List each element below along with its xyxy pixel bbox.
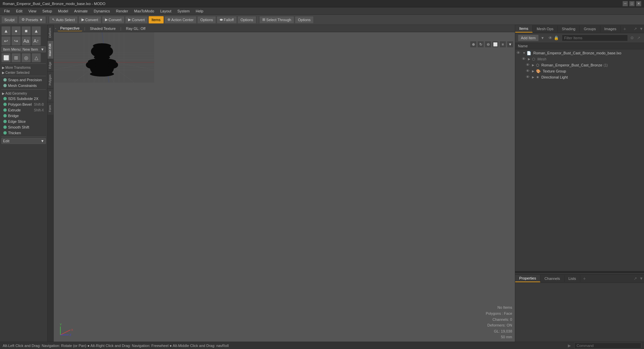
thicken-btn[interactable]: Thicken [1, 130, 46, 136]
side-tab-curve[interactable]: Curve [48, 88, 53, 102]
bronze-expand-icon[interactable]: ▶ [532, 63, 535, 67]
bronze-eye-icon[interactable]: 👁 [526, 63, 531, 67]
items-button[interactable]: Items [149, 16, 164, 23]
tool-move[interactable]: ▲ [1, 26, 11, 36]
falloff-button[interactable]: ⬬ Falloff [217, 16, 237, 23]
item-menu-dropdown[interactable]: Item Menu: New Item ▼ [1, 46, 46, 52]
tool-cube[interactable]: ⬜ [1, 53, 11, 62]
tab-images[interactable]: Images [600, 26, 621, 32]
tab-channels[interactable]: Channels [540, 275, 564, 282]
tab-mesh-ops[interactable]: Mesh Ops [533, 26, 558, 32]
menu-model[interactable]: Model [55, 8, 71, 14]
presets-button[interactable]: ⚙ Presets ▼ [18, 16, 46, 23]
menu-system[interactable]: System [175, 8, 193, 14]
maximize-button[interactable]: □ [629, 1, 635, 6]
vp-fit-icon[interactable]: ⊕ [470, 41, 477, 48]
light-expand-icon[interactable]: ▶ [532, 76, 535, 79]
menu-view[interactable]: View [26, 8, 39, 14]
mesh-expand-icon[interactable]: ▶ [528, 57, 531, 61]
mesh-constraints-btn[interactable]: Mesh Constraints [1, 83, 46, 88]
items-scrollbar[interactable] [515, 271, 644, 273]
vis-lock-icon[interactable]: 🔒 [554, 35, 559, 41]
vp-zoom-icon[interactable]: ⊖ [485, 41, 491, 48]
light-eye-icon[interactable]: 👁 [526, 75, 531, 80]
action-center-button[interactable]: ⊕ Action Center [164, 16, 197, 23]
tool-grid[interactable]: ⊞ [11, 53, 21, 62]
texture-expand-icon[interactable]: ▶ [532, 69, 535, 73]
filter-expand-icon[interactable]: ↗ [636, 35, 641, 41]
menu-layout[interactable]: Layout [158, 8, 174, 14]
tree-item-light[interactable]: 👁 ▶ ☀ Directional Light [515, 74, 644, 80]
vp-maximize-icon[interactable]: ⬜ [492, 41, 499, 48]
extrude-btn[interactable]: Extrude Shift-X [1, 107, 46, 113]
add-item-button[interactable]: Add Item [518, 35, 539, 41]
tab-shading[interactable]: Shading [558, 26, 580, 32]
side-tab-polygon[interactable]: Polygon [48, 71, 53, 88]
tool-pyramid[interactable]: △ [32, 53, 41, 62]
center-selected-label[interactable]: ▶ Center Selected [1, 70, 47, 75]
vp-menu-icon[interactable]: ▼ [507, 41, 514, 48]
tab-properties[interactable]: Properties [515, 275, 540, 282]
more-transforms-label[interactable]: ▶ More Transforms [1, 65, 47, 70]
snaps-precision-btn[interactable]: Snaps and Precision [1, 77, 46, 83]
edge-slice-btn[interactable]: Edge Slice [1, 119, 46, 124]
perspective-tab[interactable]: Perspective [58, 26, 82, 31]
tree-item-bronze[interactable]: 👁 ▶ ⬡ Roman_Emperor_Bust_Cast_Bronze (1) [515, 62, 644, 68]
texture-eye-icon[interactable]: 👁 [526, 69, 531, 73]
tool-text-up[interactable]: A↑ [32, 36, 41, 46]
shaded-texture-tab[interactable]: Shaded Texture [87, 26, 118, 31]
select-through-button[interactable]: ⊞ Select Through [259, 16, 294, 23]
tool-text[interactable]: Aa [21, 36, 31, 46]
tree-item-mesh[interactable]: 👁 ▶ ⬡ Mesh [515, 56, 644, 62]
vis-eye-icon[interactable]: 👁 [548, 35, 553, 41]
command-input[interactable] [574, 343, 641, 349]
tool-undo[interactable]: ↩ [1, 36, 11, 46]
sculpt-button[interactable]: Sculpt [1, 16, 18, 23]
edit-dropdown[interactable]: Edit ▼ [1, 138, 46, 144]
options-button-1[interactable]: Options [197, 16, 216, 23]
vp-settings-icon[interactable]: ≡ [499, 41, 506, 48]
vp-rotate-icon[interactable]: ↻ [477, 41, 484, 48]
mesh-eye-icon[interactable]: 👁 [522, 57, 527, 61]
menu-edit[interactable]: Edit [13, 8, 25, 14]
close-button[interactable]: ✕ [636, 1, 641, 6]
convert-button-3[interactable]: ▶ Convert [125, 16, 148, 23]
menu-maxtomodo[interactable]: MaxToModo [131, 8, 157, 14]
menu-render[interactable]: Render [113, 8, 131, 14]
filter-options-icon[interactable]: ⚙ [629, 35, 635, 41]
tool-circle[interactable]: ● [11, 26, 21, 36]
convert-button-1[interactable]: ▶ Convert [78, 16, 101, 23]
bridge-btn[interactable]: Bridge [1, 113, 46, 118]
tab-items[interactable]: Items [515, 25, 533, 33]
ray-gl-tab[interactable]: Ray GL: Off [123, 26, 148, 31]
filter-items-input[interactable] [562, 35, 628, 41]
menu-file[interactable]: File [1, 8, 13, 14]
tree-item-root[interactable]: 👁 ▼ 📄 Roman_Emperor_Bust_Cast_Bronze_mod… [515, 50, 644, 56]
side-tab-deform[interactable]: Deform [48, 25, 53, 41]
root-expand-icon[interactable]: ▼ [523, 51, 526, 55]
add-geometry-label[interactable]: ▶ Add Geometry [1, 91, 47, 96]
minimize-button[interactable]: ─ [623, 1, 628, 6]
tool-sphere2[interactable]: ◎ [21, 53, 31, 62]
add-tab-icon[interactable]: + [621, 25, 629, 33]
menu-animate[interactable]: Animate [71, 8, 90, 14]
viewport[interactable]: ▪ Perspective | Shaded Texture | Ray GL:… [54, 25, 515, 342]
properties-expand-icon[interactable]: ↗ [633, 276, 638, 281]
properties-add-tab-icon[interactable]: + [580, 275, 588, 283]
viewport-canvas[interactable]: ⊕ ↻ ⊖ ⬜ ≡ ▼ X Y Z No Items [54, 32, 515, 342]
add-item-arrow-icon[interactable]: ▼ [541, 36, 544, 40]
tab-groups[interactable]: Groups [580, 26, 600, 32]
tool-redo[interactable]: ↪ [11, 36, 21, 46]
panel-collapse-icon[interactable]: ▼ [639, 26, 644, 32]
side-tab-main-edit[interactable]: Main Edit [48, 41, 53, 59]
options-button-3[interactable]: Options [295, 16, 314, 23]
tree-item-texture[interactable]: 👁 ▶ 🎨 Texture Group [515, 68, 644, 74]
properties-collapse-icon[interactable]: ▼ [639, 276, 644, 281]
tool-cone[interactable]: ▲ [32, 26, 41, 36]
options-button-2[interactable]: Options [237, 16, 256, 23]
side-tab-form[interactable]: Form [48, 102, 53, 115]
tab-lists[interactable]: Lists [565, 275, 581, 282]
panel-expand-icon[interactable]: ↗ [633, 26, 638, 32]
smooth-shift-btn[interactable]: Smooth Shift [1, 124, 46, 130]
side-tab-edge[interactable]: Edge [48, 59, 53, 71]
